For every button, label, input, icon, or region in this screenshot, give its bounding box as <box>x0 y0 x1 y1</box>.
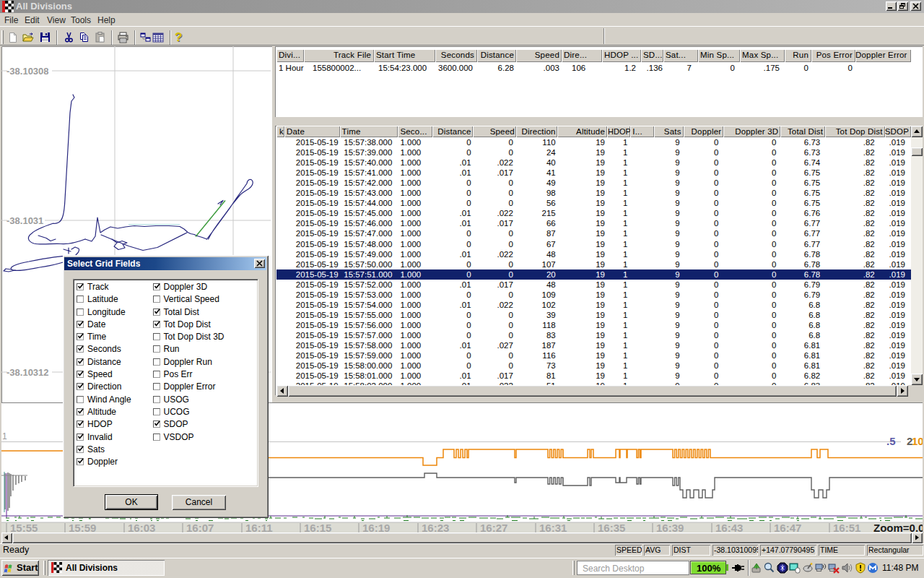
svg-text:16:23: 16:23 <box>422 522 449 533</box>
svg-text:-38.1031: -38.1031 <box>6 215 43 226</box>
svg-text:Zoom=0.0: Zoom=0.0 <box>873 522 923 533</box>
svg-text:15:55: 15:55 <box>10 522 38 533</box>
svg-text:-38.10312: -38.10312 <box>6 367 49 378</box>
svg-text:16:03: 16:03 <box>128 522 155 533</box>
svg-text:16:39: 16:39 <box>656 522 684 533</box>
svg-text:1: 1 <box>2 431 7 441</box>
svg-text:16:19: 16:19 <box>362 522 390 533</box>
svg-text:15:59: 15:59 <box>69 522 96 533</box>
svg-text:16:07: 16:07 <box>186 522 214 533</box>
svg-text:16:15: 16:15 <box>304 522 331 533</box>
svg-text:-38.10308: -38.10308 <box>6 66 49 77</box>
svg-text:16:27: 16:27 <box>480 522 507 533</box>
svg-text:16:35: 16:35 <box>598 522 625 533</box>
svg-text:16:11: 16:11 <box>245 522 273 533</box>
svg-text:16:51: 16:51 <box>833 522 860 533</box>
svg-text:10: 10 <box>912 435 923 447</box>
svg-text:16:43: 16:43 <box>715 522 743 533</box>
svg-text:16:31: 16:31 <box>539 522 567 533</box>
svg-text:16:47: 16:47 <box>774 522 801 533</box>
svg-text:.5: .5 <box>886 435 896 447</box>
